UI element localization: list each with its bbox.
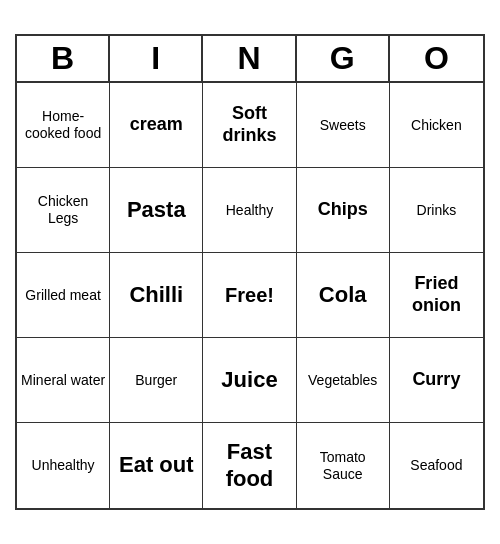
header-letter-I: I (110, 36, 203, 81)
bingo-cell-0: Home-cooked food (17, 83, 110, 168)
cell-text-15: Mineral water (21, 372, 105, 389)
header-letter-O: O (390, 36, 483, 81)
cell-text-21: Eat out (119, 452, 194, 478)
cell-text-17: Juice (221, 367, 277, 393)
bingo-cell-24: Seafood (390, 423, 483, 508)
bingo-cell-18: Vegetables (297, 338, 390, 423)
bingo-cell-22: Fast food (203, 423, 296, 508)
cell-text-22: Fast food (207, 439, 291, 492)
cell-text-9: Drinks (417, 202, 457, 219)
bingo-grid: Home-cooked foodcreamSoft drinksSweetsCh… (17, 83, 483, 508)
header-letter-G: G (297, 36, 390, 81)
cell-text-20: Unhealthy (32, 457, 95, 474)
cell-text-4: Chicken (411, 117, 462, 134)
bingo-cell-15: Mineral water (17, 338, 110, 423)
cell-text-16: Burger (135, 372, 177, 389)
bingo-cell-13: Cola (297, 253, 390, 338)
cell-text-23: Tomato Sauce (301, 449, 385, 483)
bingo-cell-17: Juice (203, 338, 296, 423)
bingo-cell-6: Pasta (110, 168, 203, 253)
bingo-cell-20: Unhealthy (17, 423, 110, 508)
cell-text-11: Chilli (129, 282, 183, 308)
bingo-cell-3: Sweets (297, 83, 390, 168)
header-letter-N: N (203, 36, 296, 81)
bingo-cell-11: Chilli (110, 253, 203, 338)
bingo-cell-8: Chips (297, 168, 390, 253)
cell-text-8: Chips (318, 199, 368, 221)
cell-text-19: Curry (412, 369, 460, 391)
cell-text-3: Sweets (320, 117, 366, 134)
bingo-cell-12: Free! (203, 253, 296, 338)
cell-text-2: Soft drinks (207, 103, 291, 146)
bingo-cell-1: cream (110, 83, 203, 168)
bingo-cell-9: Drinks (390, 168, 483, 253)
cell-text-13: Cola (319, 282, 367, 308)
bingo-card: BINGO Home-cooked foodcreamSoft drinksSw… (15, 34, 485, 510)
cell-text-10: Grilled meat (25, 287, 100, 304)
cell-text-6: Pasta (127, 197, 186, 223)
cell-text-24: Seafood (410, 457, 462, 474)
bingo-cell-14: Fried onion (390, 253, 483, 338)
bingo-cell-7: Healthy (203, 168, 296, 253)
cell-text-7: Healthy (226, 202, 273, 219)
bingo-cell-23: Tomato Sauce (297, 423, 390, 508)
bingo-cell-10: Grilled meat (17, 253, 110, 338)
bingo-cell-4: Chicken (390, 83, 483, 168)
cell-text-1: cream (130, 114, 183, 136)
cell-text-5: Chicken Legs (21, 193, 105, 227)
cell-text-0: Home-cooked food (21, 108, 105, 142)
bingo-cell-21: Eat out (110, 423, 203, 508)
bingo-cell-2: Soft drinks (203, 83, 296, 168)
cell-text-12: Free! (225, 283, 274, 307)
bingo-cell-5: Chicken Legs (17, 168, 110, 253)
bingo-cell-19: Curry (390, 338, 483, 423)
bingo-cell-16: Burger (110, 338, 203, 423)
cell-text-18: Vegetables (308, 372, 377, 389)
bingo-header: BINGO (17, 36, 483, 83)
cell-text-14: Fried onion (394, 273, 479, 316)
header-letter-B: B (17, 36, 110, 81)
